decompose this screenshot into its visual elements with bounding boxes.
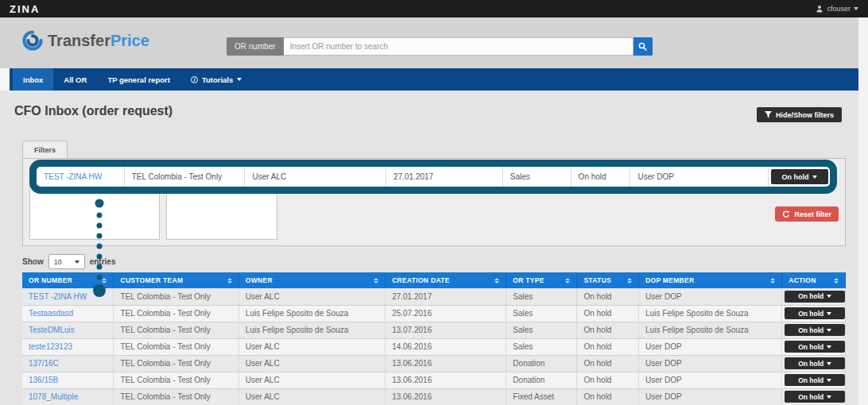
cell-owner: User ALC bbox=[238, 355, 385, 372]
tab-tutorials[interactable]: i Tutorials bbox=[180, 68, 252, 91]
annotation-dot bbox=[97, 254, 103, 260]
app-header: TransferPrice OR number bbox=[0, 17, 858, 68]
table-row: 137/16C TEL Colombia - Test Only User AL… bbox=[22, 355, 846, 372]
cell-creation-date: 13.06.2016 bbox=[386, 355, 506, 372]
cell-or-type: Fixed Asset bbox=[506, 388, 577, 405]
or-number-link[interactable]: TesteDMLuis bbox=[29, 326, 75, 334]
annotation-dot bbox=[93, 284, 106, 297]
cell-customer-team: TEL Colombia - Test Only bbox=[114, 372, 238, 388]
chevron-down-icon bbox=[827, 362, 831, 365]
chevron-down-icon bbox=[827, 312, 831, 315]
cell-or-type: Sales bbox=[506, 305, 577, 322]
column-header-owner[interactable]: OWNER bbox=[238, 272, 385, 288]
or-number-link[interactable]: Testaasdasd bbox=[29, 309, 73, 318]
table-row: TesteDMLuis TEL Colombia - Test Only Lui… bbox=[22, 322, 846, 338]
cell-dop-member: User DOP bbox=[639, 288, 782, 305]
on-hold-action-button[interactable]: On hold bbox=[785, 374, 845, 386]
or-number-link[interactable]: teste123123 bbox=[29, 342, 72, 351]
on-hold-action-button[interactable]: On hold bbox=[785, 307, 845, 319]
table-row: Testaasdasd TEL Colombia - Test Only Lui… bbox=[22, 305, 846, 322]
filter-funnel-icon bbox=[765, 111, 772, 118]
search-bar: OR number bbox=[227, 37, 653, 56]
on-hold-action-button[interactable]: On hold bbox=[785, 291, 845, 303]
hide-show-filters-button[interactable]: Hide/Show filters bbox=[757, 107, 842, 122]
sort-icon bbox=[494, 278, 499, 284]
on-hold-action-button[interactable]: On hold bbox=[785, 324, 845, 336]
chevron-down-icon bbox=[827, 395, 831, 399]
reset-filter-button[interactable]: Reset filter bbox=[775, 206, 839, 222]
chevron-down-icon bbox=[827, 345, 831, 349]
cell-status: On hold bbox=[577, 322, 639, 338]
entries-label: entries bbox=[90, 257, 116, 266]
column-header-dop-member[interactable]: DOP MEMBER bbox=[639, 272, 782, 288]
table-row: TEST -ZINA HW TEL Colombia - Test Only U… bbox=[22, 288, 846, 305]
or-number-link[interactable]: 1078_Multiple bbox=[29, 392, 78, 401]
cell-owner: User ALC bbox=[238, 372, 385, 388]
annotation-cell-creation-date: 27.01.2017 bbox=[386, 167, 503, 187]
cell-status: On hold bbox=[577, 338, 639, 355]
or-table-header: OR NUMBER CUSTOMER TEAM OWNER CREATION D… bbox=[22, 272, 846, 288]
cell-or-type: Sales bbox=[506, 288, 577, 305]
filters-tab[interactable]: Filters bbox=[22, 141, 68, 159]
cell-customer-team: TEL Colombia - Test Only bbox=[114, 355, 238, 372]
cell-owner: User ALC bbox=[238, 288, 385, 305]
column-header-creation-date[interactable]: CREATION DATE bbox=[386, 272, 506, 288]
cell-customer-team: TEL Colombia - Test Only bbox=[114, 305, 238, 322]
table-row: 136/15B TEL Colombia - Test Only User AL… bbox=[22, 372, 846, 388]
show-label: Show bbox=[22, 257, 44, 266]
annotation-dot bbox=[97, 275, 103, 280]
search-button[interactable] bbox=[634, 37, 653, 56]
or-number-link[interactable]: TEST -ZINA HW bbox=[29, 292, 87, 301]
column-header-action[interactable]: ACTION bbox=[782, 272, 846, 288]
cell-customer-team: TEL Colombia - Test Only bbox=[114, 338, 238, 355]
cell-owner: User ALC bbox=[238, 338, 385, 355]
cell-status: On hold bbox=[577, 355, 639, 372]
sort-icon bbox=[834, 278, 839, 284]
cell-creation-date: 14.06.2016 bbox=[386, 338, 506, 355]
user-menu[interactable]: cfouser bbox=[816, 5, 858, 13]
info-icon: i bbox=[191, 76, 198, 83]
tab-tp-general-report[interactable]: TP general report bbox=[97, 68, 180, 91]
entries-select[interactable]: 10 bbox=[48, 254, 85, 269]
or-number-search-input[interactable] bbox=[284, 37, 634, 56]
on-hold-action-button[interactable]: On hold bbox=[785, 357, 845, 369]
logo-text-price: Price bbox=[110, 32, 149, 49]
chevron-down-icon bbox=[237, 78, 242, 81]
user-icon bbox=[816, 5, 823, 13]
highlight-annotation: TEST -ZINA HW TEL Colombia - Test Only U… bbox=[29, 160, 837, 194]
cell-customer-team: TEL Colombia - Test Only bbox=[114, 288, 238, 305]
annotation-cell-dop-member: User DOP bbox=[630, 167, 769, 187]
annotation-cell-action: On hold bbox=[769, 167, 830, 187]
chevron-down-icon bbox=[827, 329, 831, 332]
right-gutter bbox=[858, 17, 868, 405]
or-number-label: OR number bbox=[227, 37, 284, 56]
on-hold-action-button[interactable]: On hold bbox=[785, 341, 845, 353]
or-number-link[interactable]: 136/15B bbox=[29, 376, 58, 384]
cell-or-type: Donation bbox=[506, 355, 577, 372]
annotation-cell-customer-team: TEL Colombia - Test Only bbox=[125, 167, 246, 187]
chevron-down-icon bbox=[812, 176, 817, 179]
or-number-link: TEST -ZINA HW bbox=[44, 172, 102, 181]
or-table: OR NUMBER CUSTOMER TEAM OWNER CREATION D… bbox=[22, 272, 846, 405]
annotation-dot bbox=[97, 264, 103, 270]
column-header-customer-team[interactable]: CUSTOMER TEAM bbox=[114, 272, 238, 288]
main-content: CFO Inbox (order request) Hide/Show filt… bbox=[0, 91, 858, 405]
cell-or-type: Sales bbox=[506, 338, 577, 355]
tab-all-or[interactable]: All OR bbox=[53, 68, 97, 91]
cell-creation-date: 13.06.2016 bbox=[386, 372, 506, 388]
table-row: teste123123 TEL Colombia - Test Only Use… bbox=[22, 338, 846, 355]
column-header-status[interactable]: STATUS bbox=[577, 272, 639, 288]
cell-creation-date: 13.07.2016 bbox=[386, 322, 506, 338]
sort-icon bbox=[102, 278, 107, 284]
tab-inbox[interactable]: Inbox bbox=[13, 68, 53, 91]
on-hold-action-button: On hold bbox=[771, 169, 828, 184]
annotation-dot bbox=[97, 233, 103, 239]
on-hold-action-button[interactable]: On hold bbox=[785, 391, 845, 403]
table-row: 1078_Multiple TEL Colombia - Test Only U… bbox=[22, 388, 846, 405]
or-number-link[interactable]: 137/16C bbox=[29, 359, 59, 368]
topbar: ZINA cfouser bbox=[0, 0, 868, 17]
cell-dop-member: User DOP bbox=[639, 338, 782, 355]
cell-dop-member: Luis Felipe Sposito de Souza bbox=[639, 322, 782, 338]
cell-dop-member: User DOP bbox=[639, 372, 782, 388]
column-header-or-type[interactable]: OR TYPE bbox=[506, 272, 577, 288]
